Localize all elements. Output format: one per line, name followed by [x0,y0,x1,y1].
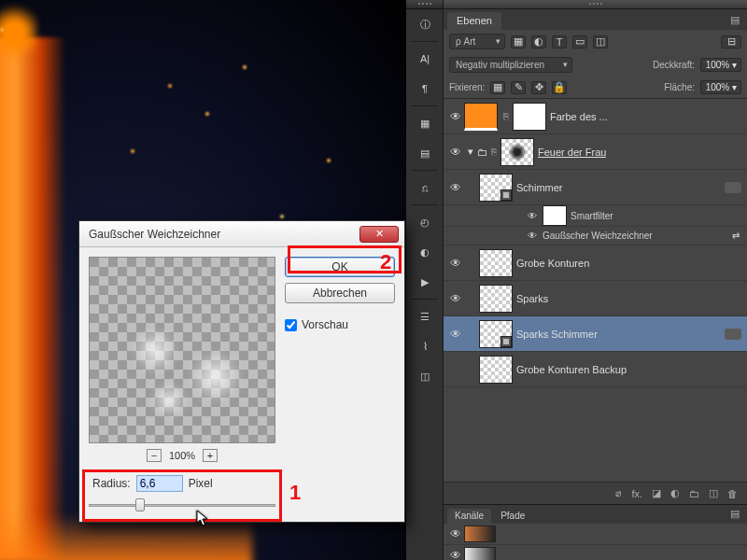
link-icon[interactable]: ⌀ [615,487,622,499]
styles-icon[interactable]: ▤ [406,138,444,168]
visibility-toggle[interactable]: 👁 [447,328,464,341]
layers-footer: ⌀fx.◪◐🗀◫🗑 [444,482,747,504]
visibility-toggle[interactable]: 👁 [447,146,464,159]
fill-field[interactable]: 100% ▾ [700,80,741,94]
history-icon[interactable]: ◴ [406,207,444,237]
filter-toggle[interactable]: ⊟ [721,35,741,49]
tab-paths[interactable]: Pfade [493,509,532,524]
channels-menu-icon[interactable]: ▤ [723,504,747,524]
layer-thumbnail[interactable] [513,103,546,131]
group-toggle-icon[interactable]: ▾ [468,146,473,158]
mask-icon[interactable]: ◪ [652,487,661,499]
layer-thumbnail[interactable] [479,320,513,348]
layer-row[interactable]: Grobe Konturen Backup [444,352,747,387]
zoom-out-button[interactable]: − [147,449,162,462]
layer-name-label[interactable]: Schimmer [516,182,563,193]
lock-move-icon[interactable]: ✥ [531,81,546,94]
layer-thumbnail[interactable] [479,356,513,384]
paths-icon[interactable]: ⌇ [406,331,444,361]
tab-layers[interactable]: Ebenen [447,12,501,30]
smart-object-badge [500,336,512,347]
group-icon[interactable]: 🗀 [689,488,699,499]
radius-slider[interactable] [89,497,275,512]
info-icon[interactable]: ⓘ [406,9,444,39]
layer-name-label[interactable]: Sparks [516,293,548,304]
layer-thumbnail[interactable] [479,285,513,313]
preview-checkbox[interactable] [285,319,297,331]
zoom-level: 100% [169,450,195,461]
layer-thumbnail[interactable] [500,138,534,166]
panel-drag-handle[interactable] [444,0,747,9]
layer-name-label[interactable]: Feuer der Frau [538,147,606,158]
new-icon[interactable]: ◫ [709,487,718,499]
visibility-toggle[interactable]: 👁 [447,181,464,194]
smartfilter-row[interactable]: 👁Smartfilter [444,205,747,227]
opacity-field[interactable]: 100% ▾ [700,58,741,72]
gaussian-blur-dialog: Gaußscher Weichzeichner ✕ − 100% + Radiu… [78,220,405,523]
fx-icon[interactable]: fx. [631,488,642,499]
preview-checkbox-row[interactable]: Vorschau [285,318,395,331]
fx-indicator[interactable] [725,182,741,193]
layer-row[interactable]: 👁Sparks Schimmer [444,316,747,352]
lock-transparency-icon[interactable]: ▦ [490,81,505,94]
layer-row[interactable]: 👁Schimmer [444,170,747,205]
tab-channels[interactable]: Kanäle [447,509,491,524]
cancel-button[interactable]: Abbrechen [285,283,395,303]
channels-icon[interactable]: ☰ [406,301,444,331]
radius-input[interactable] [136,475,183,492]
lock-paint-icon[interactable]: ✎ [511,81,526,94]
layer-thumbnail[interactable] [479,174,513,202]
layer-row[interactable]: 👁Grobe Konturen [444,245,747,281]
filter-mask-thumb[interactable] [543,205,567,226]
fill-adj-icon[interactable]: ◐ [670,487,680,499]
layers-list[interactable]: 👁⎘Farbe des ...👁▾🗀⎘Feuer der Frau👁Schimm… [444,98,747,482]
visibility-toggle[interactable]: 👁 [447,110,464,123]
flame-art [0,37,65,560]
visibility-toggle[interactable]: 👁 [528,211,537,221]
filter-pixel-icon[interactable]: ▦ [511,35,526,49]
filter-smart-icon[interactable]: ◫ [593,35,608,49]
effects-icon[interactable]: ⎌ [406,173,444,203]
layer-row[interactable]: 👁▾🗀⎘Feuer der Frau [444,134,747,170]
channel-row[interactable]: 👁 [444,524,747,545]
fill-label: Fläche: [664,82,695,92]
visibility-toggle[interactable]: 👁 [447,292,464,305]
visibility-toggle[interactable]: 👁 [528,231,537,241]
filter-shape-icon[interactable]: ▭ [572,35,587,49]
blend-mode-dropdown[interactable]: Negativ multiplizieren [449,57,572,73]
flame-art-top [0,0,37,65]
slider-thumb[interactable] [135,498,145,511]
filter-settings-icon[interactable]: ⇄ [732,231,740,241]
layer-thumbnail[interactable] [479,249,513,277]
extra-icon[interactable]: ◫ [406,361,444,391]
layer-name-label[interactable]: Grobe Konturen Backup [516,364,627,375]
close-button[interactable]: ✕ [359,226,399,243]
type-panel-icon[interactable]: A| [406,44,444,74]
paragraph-panel-icon[interactable]: ¶ [406,74,444,104]
dialog-titlebar[interactable]: Gaußscher Weichzeichner ✕ [79,221,404,247]
layer-row[interactable]: 👁⎘Farbe des ... [444,99,747,134]
actions-icon[interactable]: ▶ [406,267,444,297]
filter-adjust-icon[interactable]: ◐ [531,35,546,49]
fx-indicator[interactable] [725,329,741,340]
channel-row[interactable]: 👁 [444,545,747,560]
layer-name-label[interactable]: Farbe des ... [550,111,608,122]
smartfilter-row[interactable]: 👁Gaußscher Weichzeichner⇄ [444,227,747,245]
swatches-icon[interactable]: ▦ [406,108,444,138]
panel-menu-icon[interactable]: ▤ [723,10,747,30]
link-icon: ⎘ [489,147,499,157]
layer-thumbnail[interactable] [464,103,498,131]
lock-all-icon[interactable]: 🔒 [552,81,567,94]
layer-row[interactable]: 👁Sparks [444,281,747,316]
layer-name-label[interactable]: Grobe Konturen [516,258,589,269]
layer-filter-type[interactable]: ρ Art [449,34,505,49]
strip-drag-handle[interactable] [406,0,443,9]
ok-button[interactable]: OK [285,257,395,277]
adjustments-icon[interactable]: ◐ [406,237,444,267]
visibility-toggle[interactable]: 👁 [447,257,464,270]
layer-name-label[interactable]: Sparks Schimmer [516,329,598,340]
trash-icon[interactable]: 🗑 [727,488,738,499]
filter-type-icon[interactable]: T [552,35,567,49]
zoom-in-button[interactable]: + [203,449,218,462]
preview-image[interactable] [89,257,275,443]
